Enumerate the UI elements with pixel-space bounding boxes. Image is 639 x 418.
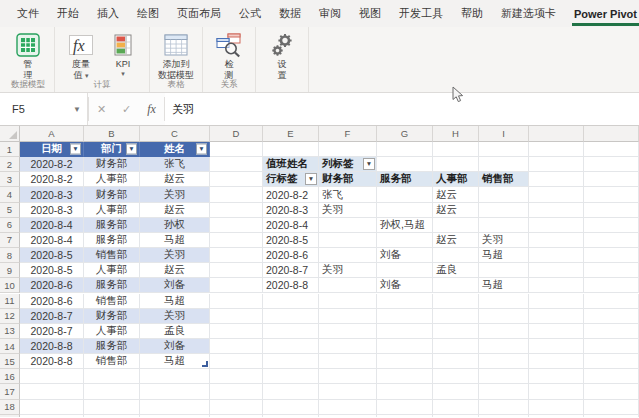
cell-E12[interactable]: [263, 309, 319, 324]
cell-I19[interactable]: [479, 415, 529, 417]
cell-G14[interactable]: [377, 339, 433, 354]
cell-F11[interactable]: [319, 294, 377, 309]
row-header-19[interactable]: 19: [0, 415, 20, 417]
cell-E18[interactable]: [263, 400, 319, 415]
ribbon-button-detect[interactable]: 检测: [208, 30, 250, 83]
cell-C19[interactable]: [140, 415, 210, 417]
cell-x104[interactable]: [529, 187, 584, 202]
row-header-11[interactable]: 11: [0, 294, 20, 309]
cell-x1013[interactable]: [529, 324, 584, 339]
cell-I17[interactable]: [479, 384, 529, 399]
col-header-D[interactable]: D: [210, 126, 263, 142]
col-header-F[interactable]: F: [319, 126, 377, 142]
cancel-icon[interactable]: ✕: [89, 93, 114, 125]
cell-G19[interactable]: [377, 415, 433, 417]
cell-I18[interactable]: [479, 400, 529, 415]
row-header-3[interactable]: 3: [0, 172, 20, 187]
cell-D19[interactable]: [210, 415, 263, 417]
cell-x115[interactable]: [584, 203, 639, 218]
cell-C2[interactable]: 张飞: [140, 157, 210, 172]
cell-H13[interactable]: [433, 324, 479, 339]
cell-F19[interactable]: [319, 415, 377, 417]
cell-x1113[interactable]: [584, 324, 639, 339]
cell-B7[interactable]: 服务部: [84, 233, 140, 248]
cell-x114[interactable]: [584, 187, 639, 202]
cell-B14[interactable]: 服务部: [84, 339, 140, 354]
cell-D18[interactable]: [210, 400, 263, 415]
cell-H9[interactable]: 孟良: [433, 263, 479, 278]
cell-F18[interactable]: [319, 400, 377, 415]
cell-F4[interactable]: 张飞: [319, 187, 377, 202]
cell-I7[interactable]: 关羽: [479, 233, 529, 248]
cell-I11[interactable]: [479, 294, 529, 309]
cell-F3[interactable]: 财务部: [319, 172, 377, 187]
col-header-B[interactable]: B: [84, 126, 140, 142]
cell-H3[interactable]: 人事部: [433, 172, 479, 187]
col-header-blank[interactable]: [529, 126, 584, 142]
cell-D12[interactable]: [210, 309, 263, 324]
cell-B3[interactable]: 人事部: [84, 172, 140, 187]
cell-D3[interactable]: [210, 172, 263, 187]
cell-E2[interactable]: 值班姓名: [263, 157, 319, 172]
cell-I5[interactable]: [479, 203, 529, 218]
cell-x1117[interactable]: [584, 384, 639, 399]
col-header-H[interactable]: H: [433, 126, 479, 142]
cell-H7[interactable]: 赵云: [433, 233, 479, 248]
cell-I6[interactable]: [479, 218, 529, 233]
cell-B10[interactable]: 服务部: [84, 278, 140, 293]
cell-F17[interactable]: [319, 384, 377, 399]
cell-C7[interactable]: 马超: [140, 233, 210, 248]
row-header-6[interactable]: 6: [0, 218, 20, 233]
cell-H19[interactable]: [433, 415, 479, 417]
cell-x103[interactable]: [529, 172, 584, 187]
cell-x101[interactable]: [529, 142, 584, 157]
cell-C14[interactable]: 刘备: [140, 339, 210, 354]
ribbon-button-settings[interactable]: 设置: [261, 30, 303, 83]
cell-G18[interactable]: [377, 400, 433, 415]
cell-I4[interactable]: [479, 187, 529, 202]
row-header-4[interactable]: 4: [0, 187, 20, 202]
cell-E14[interactable]: [263, 339, 319, 354]
cell-E15[interactable]: [263, 354, 319, 369]
cell-x113[interactable]: [584, 172, 639, 187]
cell-C6[interactable]: 孙权: [140, 218, 210, 233]
cell-x1015[interactable]: [529, 354, 584, 369]
cell-x1012[interactable]: [529, 309, 584, 324]
cell-B17[interactable]: [84, 384, 140, 399]
cell-G10[interactable]: 刘备: [377, 278, 433, 293]
ribbon-tab-3[interactable]: 绘图: [128, 0, 168, 27]
row-header-13[interactable]: 13: [0, 324, 20, 339]
cell-C18[interactable]: [140, 400, 210, 415]
cell-A4[interactable]: 2020-8-3: [20, 187, 84, 202]
cell-A15[interactable]: 2020-8-8: [20, 354, 84, 369]
cell-x117[interactable]: [584, 233, 639, 248]
cell-x105[interactable]: [529, 203, 584, 218]
cell-E9[interactable]: 2020-8-7: [263, 263, 319, 278]
cell-F15[interactable]: [319, 354, 377, 369]
cell-x108[interactable]: [529, 248, 584, 263]
cell-H10[interactable]: [433, 278, 479, 293]
cell-H12[interactable]: [433, 309, 479, 324]
cell-E11[interactable]: [263, 294, 319, 309]
cell-x1112[interactable]: [584, 309, 639, 324]
cell-I9[interactable]: [479, 263, 529, 278]
cell-I10[interactable]: 马超: [479, 278, 529, 293]
cell-E17[interactable]: [263, 384, 319, 399]
cell-G15[interactable]: [377, 354, 433, 369]
cell-G12[interactable]: [377, 309, 433, 324]
cell-H4[interactable]: 赵云: [433, 187, 479, 202]
cell-H11[interactable]: [433, 294, 479, 309]
cell-A5[interactable]: 2020-8-3: [20, 203, 84, 218]
cell-I12[interactable]: [479, 309, 529, 324]
col-header-G[interactable]: G: [377, 126, 433, 142]
cell-x1014[interactable]: [529, 339, 584, 354]
cell-H5[interactable]: 赵云: [433, 203, 479, 218]
cell-x1114[interactable]: [584, 339, 639, 354]
cell-I8[interactable]: 马超: [479, 248, 529, 263]
cell-x102[interactable]: [529, 157, 584, 172]
cell-A8[interactable]: 2020-8-5: [20, 248, 84, 263]
cell-A10[interactable]: 2020-8-6: [20, 278, 84, 293]
ribbon-tab-4[interactable]: 页面布局: [168, 0, 230, 27]
cell-x119[interactable]: [584, 263, 639, 278]
cell-C9[interactable]: 赵云: [140, 263, 210, 278]
